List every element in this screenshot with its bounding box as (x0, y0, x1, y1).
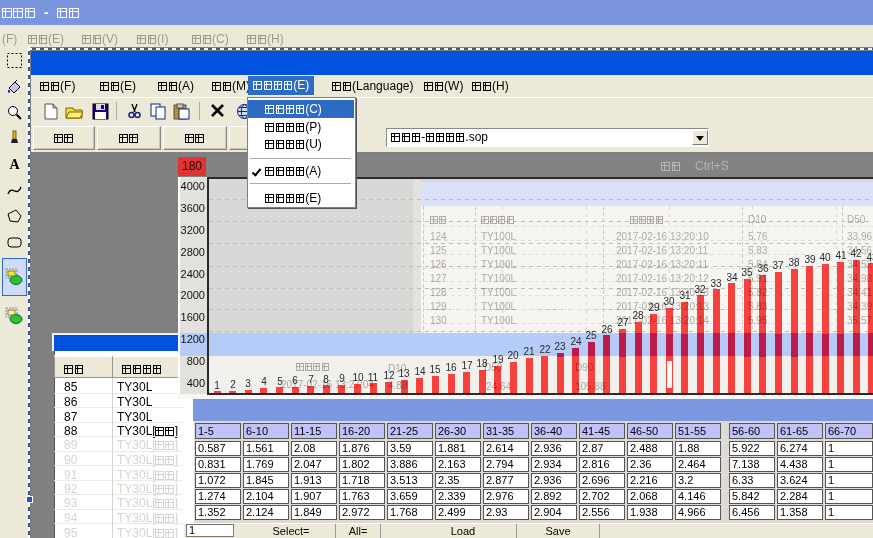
svg-text:A: A (9, 157, 20, 172)
